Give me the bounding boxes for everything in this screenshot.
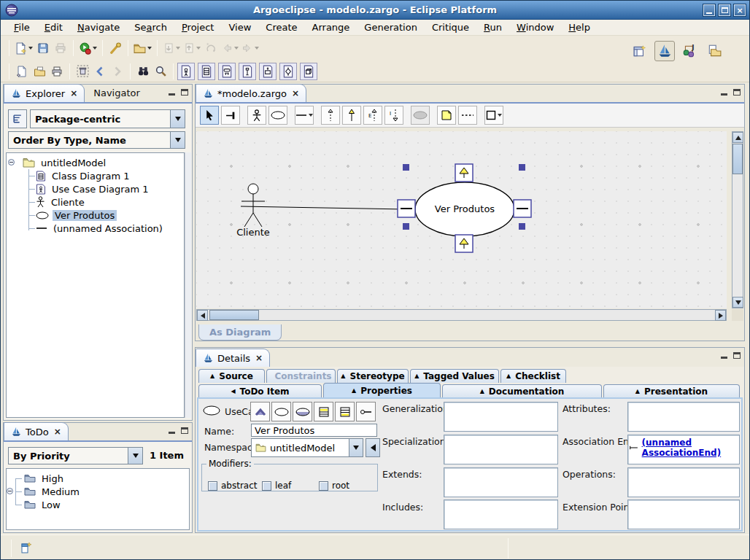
explorer-scrollbar[interactable] <box>185 152 191 418</box>
quick-generalization-handle-bottom[interactable] <box>455 235 473 252</box>
close-icon[interactable]: × <box>255 353 263 363</box>
comment-link-tool-button[interactable] <box>458 106 477 125</box>
shape-tool-button[interactable] <box>484 106 503 125</box>
argouml-perspective-button[interactable] <box>654 41 675 61</box>
new-extension-point-alt-button[interactable] <box>335 402 355 421</box>
minimize-view-icon[interactable] <box>169 432 175 434</box>
explorer-tree[interactable]: untitledModel Class Diagram 1 Use Case D… <box>6 152 185 418</box>
find-button[interactable] <box>134 62 152 81</box>
association-end-button[interactable] <box>356 402 376 421</box>
previous-annotation-button[interactable] <box>182 39 202 58</box>
menu-navigate[interactable]: Navigate <box>70 20 127 34</box>
tab-constraints[interactable]: Constraints <box>266 369 336 383</box>
delete-selection-button[interactable] <box>74 62 91 81</box>
open-perspective-button[interactable] <box>630 41 650 61</box>
tab-documentation[interactable]: ▲Documentation <box>442 384 602 398</box>
tree-item-usecase-diagram[interactable]: Use Case Diagram 1 <box>7 182 184 195</box>
navigate-forward-button[interactable] <box>109 62 126 81</box>
scroll-up-button[interactable] <box>732 132 743 143</box>
critique-tool-button[interactable] <box>107 39 124 58</box>
maximize-view-icon[interactable] <box>733 352 741 359</box>
todo-item-high[interactable]: High <box>7 472 189 485</box>
resource-perspective-button[interactable] <box>704 41 724 61</box>
todo-tree[interactable]: High Medium Low <box>6 468 190 530</box>
generalizations-list[interactable] <box>444 402 558 432</box>
tab-todo[interactable]: ToDo × <box>4 422 69 440</box>
minimize-view-icon[interactable] <box>721 93 727 96</box>
tree-item-class-diagram[interactable]: Class Diagram 1 <box>7 169 184 182</box>
extend-tool-button[interactable]: E <box>363 106 382 125</box>
specializations-list[interactable] <box>444 435 558 464</box>
attributes-list[interactable] <box>627 402 740 432</box>
association-end-link[interactable]: (unnamed AssociationEnd) <box>642 438 738 458</box>
menu-run[interactable]: Run <box>476 20 509 34</box>
tab-todo-item[interactable]: ◀ToDo Item <box>198 384 322 398</box>
close-icon[interactable]: × <box>70 88 77 98</box>
namespace-combo[interactable]: untitledModel <box>251 438 363 457</box>
tree-item-unnamed-association[interactable]: (unnamed Association) <box>7 222 184 235</box>
new-class-diagram-button[interactable] <box>198 63 215 80</box>
menu-help[interactable]: Help <box>561 20 598 34</box>
note-tool-button[interactable] <box>437 106 456 125</box>
leaf-checkbox[interactable] <box>262 481 271 491</box>
usecase-tool-button[interactable] <box>268 106 287 125</box>
close-button[interactable]: × <box>733 4 746 17</box>
fast-view-button[interactable] <box>20 541 33 556</box>
back-button[interactable] <box>220 39 240 58</box>
expand-handle-icon[interactable] <box>8 159 15 166</box>
open-project-button[interactable] <box>132 39 153 58</box>
extends-list[interactable] <box>444 467 558 497</box>
root-checkbox[interactable] <box>319 481 328 491</box>
close-icon[interactable]: × <box>292 88 299 98</box>
operations-list[interactable] <box>627 467 740 497</box>
forward-button[interactable] <box>240 39 260 58</box>
order-by-combo[interactable]: Order By Type, Name <box>8 131 185 149</box>
expand-handle-icon[interactable] <box>7 488 13 494</box>
scroll-right-button[interactable] <box>715 310 726 321</box>
canvas-vertical-scrollbar[interactable] <box>732 131 743 308</box>
combo-arrow-button[interactable] <box>128 448 142 464</box>
menu-file[interactable]: File <box>7 20 37 34</box>
scroll-down-button[interactable] <box>732 297 743 308</box>
include-tool-button[interactable]: I <box>384 106 403 125</box>
usecase-ver-produtos[interactable]: Ver Produtos <box>415 182 514 236</box>
extension-points-list[interactable] <box>627 499 740 529</box>
last-edit-location-button[interactable]: * <box>202 39 220 58</box>
tab-presentation[interactable]: ▲Presentation <box>603 384 740 398</box>
tree-item-untitledModel[interactable]: untitledModel <box>7 156 184 169</box>
menu-search[interactable]: Search <box>127 20 174 34</box>
new-activity-diagram-button[interactable] <box>279 63 297 80</box>
menu-create[interactable]: Create <box>258 20 304 34</box>
run-button[interactable] <box>77 39 98 58</box>
menu-project[interactable]: Project <box>174 20 222 34</box>
actor-tool-button[interactable] <box>247 106 266 125</box>
maximize-button[interactable] <box>718 4 731 17</box>
tab-source[interactable]: ▲Source <box>198 369 265 383</box>
new-usecase-diagram-button[interactable] <box>177 63 195 80</box>
association-tool-button[interactable] <box>295 106 314 125</box>
minimize-view-icon[interactable] <box>169 93 175 96</box>
quick-association-handle-right[interactable] <box>514 200 531 217</box>
print-diagram-button[interactable] <box>48 62 66 81</box>
print-button[interactable] <box>52 39 69 58</box>
tree-item-cliente[interactable]: Cliente <box>7 195 184 209</box>
maximize-view-icon[interactable] <box>181 427 188 434</box>
diagram-canvas[interactable]: Cliente Ver Produtos <box>196 131 727 308</box>
tab-properties[interactable]: ▲Properties <box>323 383 441 398</box>
abstract-checkbox[interactable] <box>208 481 217 491</box>
menu-edit[interactable]: Edit <box>37 20 70 34</box>
perspective-combo[interactable]: Package-centric <box>30 109 185 128</box>
tab-navigator[interactable]: Navigator <box>85 84 149 102</box>
tab-stereotype[interactable]: ▲Stereotype <box>337 369 409 383</box>
next-annotation-button[interactable] <box>161 39 182 58</box>
titlebar[interactable]: Argoeclipse - modelo.zargo - Eclipse Pla… <box>1 1 749 20</box>
quick-generalization-handle-top[interactable] <box>455 164 473 182</box>
as-diagram-tab[interactable]: As Diagram <box>198 324 282 341</box>
new-sequence-diagram-button[interactable] <box>239 63 256 80</box>
close-icon[interactable]: × <box>54 427 61 437</box>
navigate-back-button[interactable] <box>91 62 109 81</box>
combo-arrow-button[interactable] <box>349 439 363 456</box>
menu-critique[interactable]: Critique <box>425 20 476 34</box>
tree-item-ver-produtos[interactable]: Ver Produtos <box>7 209 184 222</box>
generalization-tool-button[interactable] <box>342 106 361 125</box>
